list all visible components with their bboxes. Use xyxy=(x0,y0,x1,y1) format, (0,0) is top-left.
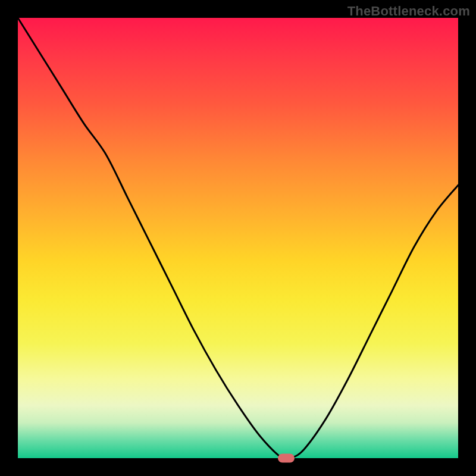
watermark-text: TheBottleneck.com xyxy=(347,4,470,19)
bottleneck-curve xyxy=(18,18,458,458)
optimum-marker xyxy=(278,454,295,463)
curve-path xyxy=(18,18,458,460)
plot-area xyxy=(18,18,458,458)
chart-frame: TheBottleneck.com xyxy=(0,0,476,476)
